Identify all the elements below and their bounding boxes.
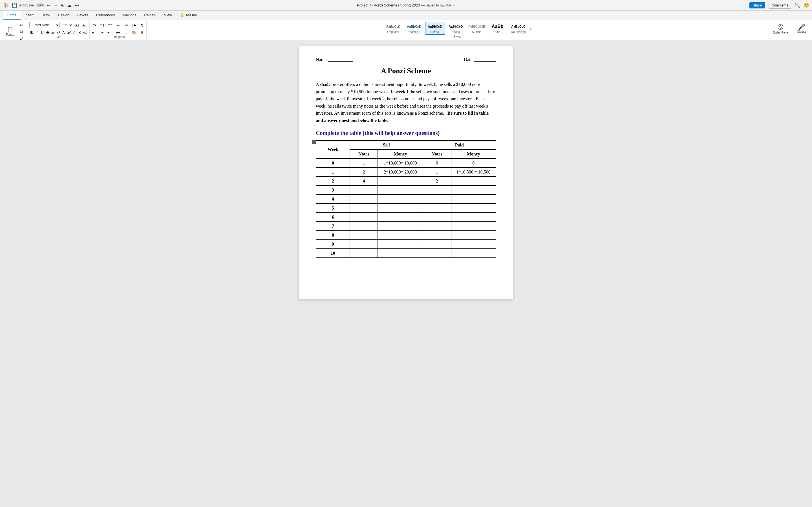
table-row[interactable]: 9	[316, 240, 496, 249]
account-icon[interactable]: 😊	[804, 3, 809, 8]
more-button[interactable]: •••	[73, 2, 80, 8]
increase-font-button[interactable]: A↑	[74, 22, 81, 28]
bullets-button[interactable]: ≡•	[91, 22, 98, 28]
cell-paid-money[interactable]	[451, 240, 496, 249]
cell-paid-notes[interactable]	[423, 231, 451, 240]
cell-sell-money[interactable]	[378, 186, 423, 194]
cell-paid-notes[interactable]	[423, 213, 451, 222]
cell-paid-money[interactable]	[451, 204, 496, 213]
table-row[interactable]: 10	[316, 249, 496, 258]
cell-paid-money[interactable]	[451, 177, 496, 186]
cell-week[interactable]: 4	[316, 194, 350, 204]
tab-draw[interactable]: Draw	[38, 11, 54, 20]
cell-paid-notes[interactable]	[423, 222, 451, 231]
tab-layout[interactable]: Layout	[73, 11, 92, 20]
dictate-button[interactable]: 🎤 Dictate	[795, 22, 809, 35]
cell-week[interactable]: 6	[316, 213, 350, 222]
style-strong[interactable]: AaBbCcD Strong	[446, 22, 466, 35]
cell-paid-notes[interactable]	[423, 194, 451, 204]
cell-week[interactable]: 3	[316, 186, 350, 194]
cell-paid-notes[interactable]	[423, 240, 451, 249]
cell-paid-money[interactable]	[451, 249, 496, 258]
cell-week[interactable]: 9	[316, 240, 350, 249]
cell-sell-money[interactable]	[378, 194, 423, 204]
table-row[interactable]: 8	[316, 231, 496, 240]
cell-sell-notes[interactable]: 1	[350, 159, 378, 168]
superscript-button[interactable]: x²	[56, 29, 61, 36]
cell-week[interactable]: 5	[316, 204, 350, 213]
cell-week[interactable]: 2	[316, 177, 350, 186]
tab-design[interactable]: Design	[54, 11, 73, 20]
style-heading1[interactable]: AaBbCcD Heading 1	[404, 22, 424, 35]
cell-week[interactable]: 10	[316, 249, 350, 258]
cloud-save-button[interactable]: ☁	[66, 2, 72, 8]
tab-mailings[interactable]: Mailings	[119, 11, 140, 20]
increase-indent-button[interactable]: ⇥	[122, 22, 130, 28]
autosave-toggle[interactable]: OFF	[36, 3, 45, 7]
name-field[interactable]: Name:___________	[316, 57, 353, 62]
cell-paid-money[interactable]	[451, 194, 496, 204]
doc-page[interactable]: Name:___________ Date:__________ A Ponzi…	[299, 46, 513, 299]
cell-sell-notes[interactable]	[350, 231, 378, 240]
table-row[interactable]: 4	[316, 194, 496, 204]
table-row[interactable]: 3	[316, 186, 496, 194]
share-button[interactable]: Share	[749, 2, 765, 8]
search-icon[interactable]: 🔍	[795, 3, 800, 8]
cell-paid-money[interactable]	[451, 213, 496, 222]
tab-tell-me[interactable]: 💡Tell me	[176, 11, 201, 20]
table-row[interactable]: 242	[316, 177, 496, 186]
line-spacing-button[interactable]: ↕	[122, 29, 130, 36]
cell-week[interactable]: 7	[316, 222, 350, 231]
cell-sell-money[interactable]	[378, 249, 423, 258]
numbering-button[interactable]: ≡1	[99, 22, 106, 28]
cell-week[interactable]: 1	[316, 168, 350, 177]
styles-pane-button[interactable]: Ⓢ Styles Pane	[770, 22, 791, 36]
tab-view[interactable]: View	[160, 11, 176, 20]
table-row[interactable]: 122*10,000= 20,00011*10,500 = 10,500	[316, 168, 496, 177]
shading-button[interactable]: 🎨	[130, 29, 138, 36]
cell-paid-notes[interactable]: 2	[423, 177, 451, 186]
home-icon[interactable]: 🏠	[3, 3, 8, 8]
cell-sell-notes[interactable]: 4	[350, 177, 378, 186]
cell-paid-money[interactable]	[451, 231, 496, 240]
cell-paid-money[interactable]: 1*10,500 = 10,500	[451, 168, 496, 177]
borders-button[interactable]: ⊞	[138, 29, 146, 36]
italic-button[interactable]: I	[35, 29, 40, 36]
cell-week[interactable]: 8	[316, 231, 350, 240]
cell-paid-notes[interactable]	[423, 249, 451, 258]
style-nospacing[interactable]: AaBbCcC No Spacing	[509, 22, 528, 35]
cell-sell-money[interactable]: 2*10,000= 20,000	[378, 168, 423, 177]
style-emphasis[interactable]: AaBbCcD Emphasis	[384, 22, 403, 35]
decrease-indent-button[interactable]: ⇤	[114, 22, 122, 28]
cell-sell-money[interactable]	[378, 213, 423, 222]
cell-sell-notes[interactable]	[350, 194, 378, 204]
change-case-button[interactable]: Aa	[83, 29, 88, 36]
table-handle[interactable]: +	[312, 140, 316, 144]
table-row[interactable]: 011*10,000= 10,00000	[316, 159, 496, 168]
decrease-font-button[interactable]: A↓	[82, 22, 88, 28]
table-row[interactable]: 6	[316, 213, 496, 222]
show-formatting-button[interactable]: ¶	[138, 22, 146, 28]
cell-paid-notes[interactable]: 1	[423, 168, 451, 177]
tab-insert[interactable]: Insert	[20, 11, 38, 20]
cell-sell-money[interactable]	[378, 222, 423, 231]
align-left-button[interactable]: ≡←	[91, 29, 98, 36]
text-color-button[interactable]: A	[61, 29, 66, 36]
cell-sell-money[interactable]	[378, 204, 423, 213]
justify-button[interactable]: ≡≡	[114, 29, 122, 36]
paste-button[interactable]: 📋 Paste	[3, 25, 17, 38]
copy-button[interactable]: ⧉	[18, 29, 25, 35]
cell-paid-notes[interactable]	[423, 204, 451, 213]
cell-sell-notes[interactable]	[350, 186, 378, 194]
tab-review[interactable]: Review	[140, 11, 160, 20]
strikethrough-button[interactable]: S	[45, 29, 50, 36]
styles-more-arrow[interactable]: ›	[530, 25, 532, 31]
bold-button[interactable]: B	[29, 29, 34, 36]
cell-paid-money[interactable]	[451, 222, 496, 231]
date-field[interactable]: Date:__________	[464, 57, 496, 62]
cell-sell-money[interactable]	[378, 240, 423, 249]
undo-button[interactable]: ↩	[46, 2, 51, 8]
font-size-select[interactable]: 22	[61, 22, 73, 28]
redo-button[interactable]: ↪	[52, 2, 58, 8]
cell-paid-notes[interactable]	[423, 186, 451, 194]
